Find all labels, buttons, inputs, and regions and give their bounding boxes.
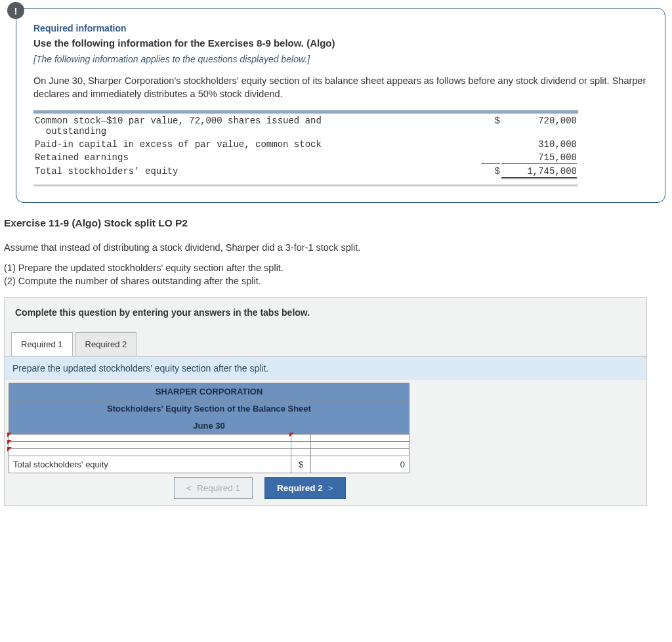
equity-row-label: Retained earnings [35,152,480,164]
required-marker-icon [289,433,294,437]
answer-line-label-input[interactable] [9,435,291,442]
equity-row-symbol [481,152,500,164]
required-marker-icon [7,447,12,452]
equity-row-symbol: $ [481,115,500,137]
tab-required-1[interactable]: Required 1 [11,332,73,356]
equity-total-symbol: $ [481,165,500,179]
tabs-row: Required 1 Required 2 [5,332,646,356]
equity-row-value: 715,000 [501,152,577,164]
next-tab-label: Required 2 [277,483,323,493]
tab-required-2[interactable]: Required 2 [75,332,137,356]
tab-nav-row: < Required 1 Required 2 > [9,477,646,505]
answer-total-label: Total stockholders' equity [9,456,291,473]
given-equity-table: Common stock—$10 par value, 72,000 share… [33,110,578,186]
answer-line-value-input[interactable] [311,442,410,449]
required-information-box: ! Required information Use the following… [16,8,665,203]
equity-row-label: Paid-in capital in excess of par value, … [35,139,480,150]
answer-table-header-date: June 30 [9,417,410,435]
answer-line-symbol-input[interactable] [291,442,311,449]
equity-row-label: Common stock—$10 par value, 72,000 share… [35,115,480,137]
assumption-text: Assume that instead of distributing a st… [4,242,672,253]
info-badge-icon: ! [7,2,24,19]
panel-instruction: Complete this question by entering your … [5,298,646,332]
answer-total-value: 0 [311,456,410,473]
next-tab-button[interactable]: Required 2 > [264,477,346,499]
equity-row-value: 720,000 [501,115,577,137]
answer-table-header-section: Stockholders' Equity Section of the Bala… [9,400,410,417]
exercise-heading: Exercise 11-9 (Algo) Stock split LO P2 [4,217,672,229]
tab-required-1-prompt: Prepare the updated stockholders' equity… [5,356,646,380]
answer-panel: Complete this question by entering your … [4,297,647,506]
prev-tab-button[interactable]: < Required 1 [174,477,253,499]
chevron-right-icon: > [328,483,333,493]
scenario-paragraph: On June 30, Sharper Corporation's stockh… [33,75,648,100]
equity-row-value: 310,000 [501,139,577,150]
answer-equity-table: SHARPER CORPORATION Stockholders' Equity… [9,383,410,473]
answer-line-symbol-input[interactable] [291,435,311,442]
applies-note: [The following information applies to th… [33,54,648,64]
required-information-label: Required information [33,23,648,33]
requirement-1: (1) Prepare the updated stockholders' eq… [4,262,672,275]
prev-tab-label: Required 1 [197,483,240,493]
required-marker-icon [7,433,12,437]
answer-line-symbol-input[interactable] [291,449,311,456]
chevron-left-icon: < [186,483,192,493]
equity-row-symbol [481,139,500,150]
requirement-list: (1) Prepare the updated stockholders' eq… [4,262,672,288]
equity-total-value: 1,745,000 [501,165,577,179]
requirement-2: (2) Compute the number of shares outstan… [4,275,672,288]
answer-table-header-company: SHARPER CORPORATION [9,383,410,400]
exercise-group-title: Use the following information for the Ex… [33,37,648,49]
answer-line-value-input[interactable] [311,449,410,456]
required-marker-icon [7,440,12,444]
answer-line-label-input[interactable] [9,449,291,456]
answer-line-value-input[interactable] [311,435,410,442]
equity-total-label: Total stockholders' equity [35,165,480,179]
answer-total-symbol: $ [291,456,311,473]
answer-line-label-input[interactable] [9,442,291,449]
